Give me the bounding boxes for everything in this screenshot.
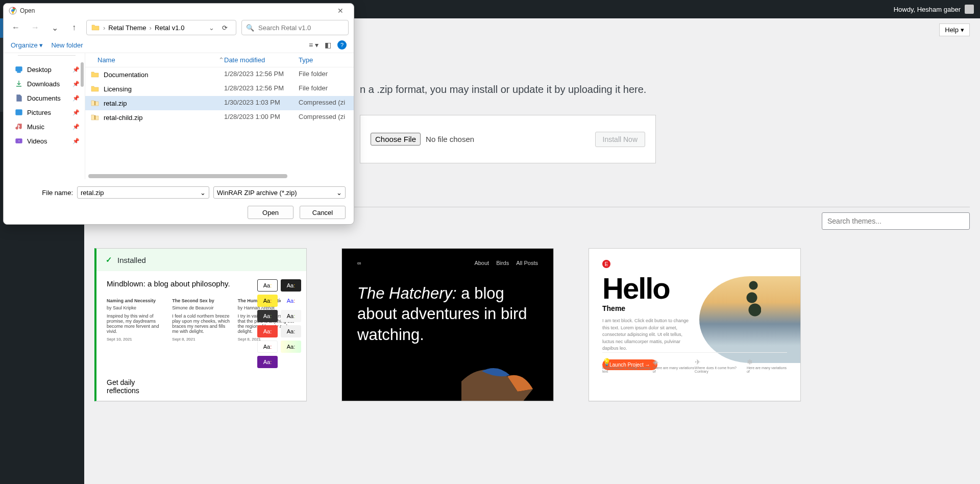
send-icon: ✈ [695,358,701,366]
theme-thumb-1: Mindblown: a blog about philosophy. Nami… [96,271,306,342]
col-name[interactable]: Name [97,56,115,64]
music-icon [15,123,23,131]
col-modified[interactable]: Date modified [224,56,299,64]
search-field[interactable]: 🔍 [241,20,349,35]
theme3-icons: 💡Lorem ipsum is simply dummy text ◈There… [602,352,787,373]
videos-icon [15,137,23,145]
path-bar[interactable]: › Retal Theme › Retal v1.0 ⌄ ⟳ [86,20,236,35]
bird-illustration [461,361,533,401]
install-now-button[interactable]: Install Now [595,132,645,147]
chrome-icon [9,7,17,15]
pin-icon: 📌 [72,138,80,144]
quick-access-pictures[interactable]: Pictures📌 [4,105,85,119]
theme-card-3[interactable]: E Hello Theme I am text block. Click edi… [589,248,801,401]
back-icon[interactable]: ← [9,20,23,35]
upload-box: Choose File No file chosen Install Now [360,115,656,163]
search-icon: 🔍 [246,24,254,32]
reflections-text: Get daily reflections [107,378,139,395]
refresh-icon[interactable]: ⟳ [217,24,232,32]
file-row[interactable]: Documentation1/28/2023 12:56 PMFile fold… [85,67,354,82]
check-icon: ✓ [106,255,112,264]
path-seg-1[interactable]: Retal Theme [108,24,146,32]
diamond-icon: ◈ [653,358,658,366]
theme-thumb-3: E Hello Theme I am text block. Click edi… [589,249,800,381]
style-swatches: Aa:Aa: Aa:Aa: Aa:Aa: Aa:Aa: Aa:Aa: Aa: [257,279,301,368]
recent-icon[interactable]: ⌄ [47,20,62,35]
filename-input[interactable]: retal.zip⌄ [77,186,209,199]
search-input[interactable] [258,24,344,32]
new-folder-button[interactable]: New folder [51,41,83,49]
file-list-header: Name ⌃ Date modified Type [85,53,354,67]
sidebar-scrollbar[interactable] [81,62,84,87]
file-row[interactable]: Licensing1/28/2023 12:56 PMFile folder [85,82,354,96]
folder-icon [90,84,100,93]
organize-menu[interactable]: Organize ▾ [11,41,43,49]
help-tab[interactable]: Help ▾ [939,23,970,36]
top-greeting[interactable]: Howdy, Hesham gaber [894,6,961,13]
theme-grid: ✓ Installed Mindblown: a blog about phil… [94,248,970,401]
svg-rect-3 [17,71,20,72]
pictures-icon [15,108,23,116]
bulb-icon: 💡 [602,358,611,366]
dialog-sidebar: Desktop📌Downloads📌Documents📌Pictures📌Mus… [4,53,85,179]
pin-icon: 📌 [72,95,80,102]
pin-icon: 📌 [72,124,80,130]
dialog-body: Desktop📌Downloads📌Documents📌Pictures📌Mus… [4,53,354,179]
pin-icon: 📌 [72,81,80,87]
file-row[interactable]: retal.zip1/30/2023 1:03 PMCompressed (zi [85,96,354,110]
filetype-select[interactable]: WinRAR ZIP archive (*.zip)⌄ [213,186,346,199]
up-icon[interactable]: ↑ [67,20,81,35]
theme-card-1[interactable]: ✓ Installed Mindblown: a blog about phil… [94,248,307,401]
quick-access-downloads[interactable]: Downloads📌 [4,77,85,91]
folder-icon [91,23,100,32]
quick-access-desktop[interactable]: Desktop📌 [4,62,85,77]
dialog-title: Open [20,7,35,14]
quick-access-music[interactable]: Music📌 [4,119,85,134]
upload-message: n a .zip format, you may install or upda… [360,84,970,95]
avatar[interactable] [965,5,974,14]
help-icon[interactable]: ? [337,40,347,50]
open-button[interactable]: Open [248,206,293,219]
snowflake-icon: ❄ [747,358,753,366]
zip-icon [90,99,100,108]
filename-label: File name: [12,189,73,197]
pin-icon: 📌 [72,66,80,73]
file-open-dialog: Open ✕ ← → ⌄ ↑ › Retal Theme › Retal v1.… [3,3,354,225]
installed-label: Installed [117,256,146,264]
folder-icon [90,70,100,79]
file-list: Name ⌃ Date modified Type Documentation1… [85,53,354,179]
search-themes-input[interactable] [822,212,970,230]
downloads-icon [15,80,23,88]
pin-icon: 📌 [72,109,80,116]
path-chevron-icon[interactable]: ⌄ [209,24,214,32]
installed-bar: ✓ Installed [96,249,306,271]
dialog-bottom: File name: retal.zip⌄ WinRAR ZIP archive… [4,179,354,224]
preview-pane-icon[interactable]: ◧ [325,41,331,49]
theme-thumb-2: ∞ AboutBirdsAll Posts The Hatchery: a bl… [342,249,553,401]
dialog-titlebar: Open ✕ [4,4,354,18]
svg-rect-7 [94,101,95,105]
theme-card-2[interactable]: ∞ AboutBirdsAll Posts The Hatchery: a bl… [341,248,554,401]
hero-image [699,276,800,363]
chevron-down-icon: ▾ [961,26,964,34]
no-file-label: No file chosen [426,135,474,143]
path-seg-2[interactable]: Retal v1.0 [155,24,185,32]
cancel-button[interactable]: Cancel [300,206,346,219]
dialog-nav: ← → ⌄ ↑ › Retal Theme › Retal v1.0 ⌄ ⟳ 🔍 [4,18,354,37]
file-list-scrollbar[interactable] [88,174,287,178]
forward-icon[interactable]: → [28,20,42,35]
elementor-icon: E [602,260,610,268]
quick-access-documents[interactable]: Documents📌 [4,91,85,105]
documents-icon [15,94,23,102]
choose-file-button[interactable]: Choose File [371,133,421,146]
file-row[interactable]: retal-child.zip1/28/2023 1:00 PMCompress… [85,110,354,125]
hatchery-logo: ∞ [357,260,362,266]
dialog-toolbar: Organize ▾ New folder ≡ ▾ ◧ ? [4,37,354,53]
close-icon[interactable]: ✕ [332,7,349,15]
svg-rect-8 [94,115,95,119]
view-list-icon[interactable]: ≡ ▾ [309,41,318,49]
zip-icon [90,113,100,122]
col-type[interactable]: Type [299,56,349,64]
svg-rect-2 [16,67,22,71]
quick-access-videos[interactable]: Videos📌 [4,134,85,148]
